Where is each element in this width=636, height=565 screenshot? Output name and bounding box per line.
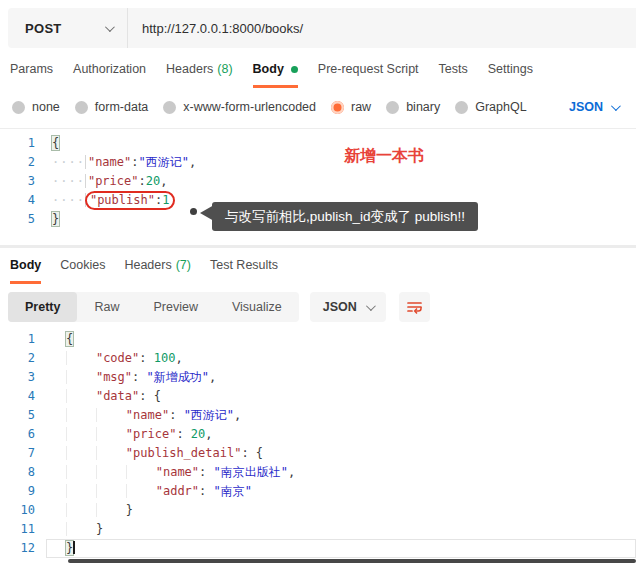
tooltip-bubble: 与改写前相比,publish_id变成了 publish!!: [212, 202, 478, 231]
pane-splitter[interactable]: [0, 245, 636, 248]
chevron-down-icon: [611, 101, 621, 111]
green-dot-icon: [291, 66, 298, 73]
raw-format-dropdown[interactable]: JSON: [569, 100, 618, 114]
line-number: 1: [0, 330, 46, 349]
response-body-editor: 1{2 "code": 100,3 "msg": "新增成功",4 "data"…: [0, 330, 636, 560]
response-tabs: Body Cookies Headers(7) Test Results: [10, 258, 278, 284]
body-type-none[interactable]: none: [12, 100, 60, 114]
tab-headers[interactable]: Headers(8): [166, 62, 233, 88]
radio-icon: [455, 101, 468, 114]
view-preview[interactable]: Preview: [136, 292, 214, 322]
code-line: 11 }: [0, 520, 636, 539]
body-type-raw[interactable]: raw: [331, 100, 371, 114]
url-input[interactable]: http://127.0.0.1:8000/books/: [128, 8, 303, 48]
code-line: 9 "addr": "南京": [0, 482, 636, 501]
code-line: 7 "publish_detail": {: [0, 444, 636, 463]
tab-response-body[interactable]: Body: [10, 258, 41, 284]
tab-tests[interactable]: Tests: [439, 62, 468, 88]
request-tabs: Params Authorization Headers(8) Body Pre…: [10, 62, 533, 88]
headers-count: (8): [217, 62, 232, 76]
line-number: 12: [0, 539, 46, 558]
tab-body[interactable]: Body: [253, 62, 298, 88]
red-annotation-text: 新增一本书: [344, 146, 424, 167]
view-segmented-control: Pretty Raw Preview Visualize: [8, 292, 299, 322]
text-cursor: [73, 541, 75, 554]
tab-pre-request-script[interactable]: Pre-request Script: [318, 62, 419, 88]
code-line: 10 }: [0, 501, 636, 520]
code-line: 4 "data": {: [0, 387, 636, 406]
body-type-urlencoded[interactable]: x-www-form-urlencoded: [163, 100, 316, 114]
body-type-graphql[interactable]: GraphQL: [455, 100, 526, 114]
line-number: 9: [0, 482, 46, 501]
response-headers-count: (7): [176, 258, 191, 272]
code-line: 12}: [0, 539, 636, 558]
code-line: 8 "name": "南京出版社",: [0, 463, 636, 482]
line-number: 4: [0, 387, 46, 406]
line-number: 3: [0, 368, 46, 387]
radio-icon: [163, 101, 176, 114]
tab-authorization[interactable]: Authorization: [73, 62, 146, 88]
radio-icon: [12, 101, 25, 114]
tab-cookies[interactable]: Cookies: [60, 258, 105, 284]
body-type-binary[interactable]: binary: [386, 100, 440, 114]
red-circle-annotation: "publish":1: [85, 191, 176, 210]
view-pretty[interactable]: Pretty: [8, 292, 77, 322]
chevron-down-icon: [366, 301, 376, 311]
radio-icon: [75, 101, 88, 114]
code-line: 5 "name": "西游记",: [0, 406, 636, 425]
line-number: 8: [0, 463, 46, 482]
response-toolbar: Pretty Raw Preview Visualize JSON: [8, 292, 628, 322]
line-number: 3: [0, 172, 46, 191]
code-line: 2····"name":"西游记",: [0, 153, 636, 172]
line-number: 2: [0, 153, 46, 172]
line-number: 5: [0, 406, 46, 425]
method-dropdown[interactable]: POST: [8, 8, 128, 48]
request-url-bar: POST http://127.0.0.1:8000/books/: [8, 8, 636, 48]
postman-window: POST http://127.0.0.1:8000/books/ Params…: [0, 0, 636, 565]
code-line: 1{: [0, 134, 636, 153]
code-line: 2 "code": 100,: [0, 349, 636, 368]
wrap-lines-button[interactable]: [399, 292, 430, 322]
line-number: 10: [0, 501, 46, 520]
code-line: 6 "price": 20,: [0, 425, 636, 444]
line-number: 2: [0, 349, 46, 368]
radio-selected-icon: [331, 101, 344, 114]
radio-icon: [386, 101, 399, 114]
code-line: 3 "msg": "新增成功",: [0, 368, 636, 387]
line-number: 11: [0, 520, 46, 539]
code-line: 1{: [0, 330, 636, 349]
view-raw[interactable]: Raw: [77, 292, 136, 322]
line-number: 7: [0, 444, 46, 463]
tab-test-results[interactable]: Test Results: [210, 258, 278, 284]
wrap-lines-icon: [406, 299, 423, 315]
method-label: POST: [25, 21, 62, 36]
line-number: 6: [0, 425, 46, 444]
tab-params[interactable]: Params: [10, 62, 53, 88]
tab-response-headers[interactable]: Headers(7): [124, 258, 191, 284]
tab-settings[interactable]: Settings: [488, 62, 533, 88]
tooltip-dot: [190, 208, 197, 215]
chevron-down-icon: [105, 22, 115, 32]
body-type-row: none form-data x-www-form-urlencoded raw…: [12, 96, 618, 118]
horizontal-scrollbar[interactable]: [68, 559, 636, 564]
body-type-form-data[interactable]: form-data: [75, 100, 149, 114]
line-number: 1: [0, 134, 46, 153]
line-number: 4: [0, 191, 46, 210]
code-line: 3····"price":20,: [0, 172, 636, 191]
response-format-dropdown[interactable]: JSON: [310, 292, 386, 322]
view-visualize[interactable]: Visualize: [215, 292, 299, 322]
line-number: 5: [0, 210, 46, 229]
